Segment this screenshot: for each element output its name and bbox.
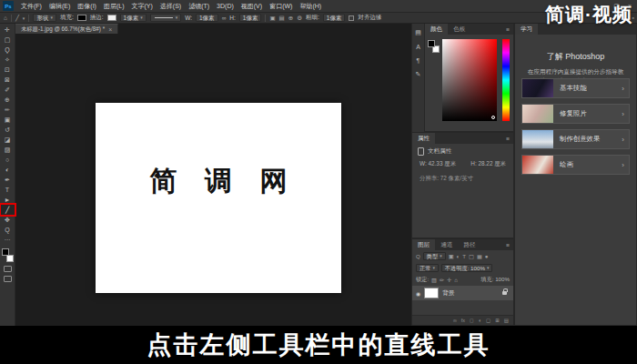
lasso-tool[interactable]: Ϙ <box>1 45 15 55</box>
color-picker-marker[interactable] <box>491 116 495 119</box>
history-brush-tool[interactable]: ↺ <box>1 125 15 135</box>
tab-learn[interactable]: 学习 <box>515 24 538 35</box>
tutorial-card-basic-skills[interactable]: 基本技能 › <box>521 78 630 98</box>
fill-swatch[interactable] <box>77 15 86 21</box>
blend-mode-dropdown[interactable]: 正常▾ <box>416 264 439 272</box>
path-alignment-icon[interactable]: ▤ <box>279 15 285 22</box>
filter-type-dropdown[interactable]: 类型▾ <box>423 252 446 260</box>
foreground-color-swatch[interactable] <box>428 40 435 47</box>
marquee-tool[interactable]: ▢ <box>1 35 15 45</box>
quick-selection-tool[interactable]: ✧ <box>1 55 15 65</box>
filter-adjustment-icon[interactable]: ◐ <box>457 253 460 259</box>
height-input[interactable]: 1像素 <box>239 14 262 22</box>
filter-type-icon[interactable]: T <box>462 253 466 259</box>
frame-tool[interactable]: ⊠ <box>1 75 15 85</box>
panel-collapse-icon[interactable]: ▫ <box>632 15 634 21</box>
canvas-area[interactable]: 简 调 网 <box>15 34 410 326</box>
pen-tool[interactable]: ✒ <box>1 175 15 185</box>
layer-thumbnail[interactable] <box>424 288 439 298</box>
layer-style-icon[interactable]: fx <box>461 318 465 323</box>
menu-image[interactable]: 图像(I) <box>74 2 100 11</box>
tab-properties[interactable]: 属性 <box>412 133 435 144</box>
paragraph-panel-icon[interactable]: ¶ <box>417 57 420 64</box>
link-layers-icon[interactable]: ∞ <box>453 318 457 323</box>
stroke-width-dropdown[interactable]: 1像素▾ <box>120 14 147 22</box>
line-tool-highlighted[interactable]: ╱ <box>1 205 15 215</box>
move-tool[interactable]: ✛ <box>1 25 15 35</box>
panel-menu-icon[interactable]: ≡ <box>502 24 513 35</box>
close-tab-icon[interactable]: × <box>108 26 112 33</box>
menu-type[interactable]: 文字(Y) <box>127 2 156 11</box>
filter-shape-icon[interactable]: ▢ <box>469 253 474 259</box>
menu-3d[interactable]: 3D(D) <box>213 3 238 9</box>
filter-toggle-icon[interactable]: ● <box>485 253 489 259</box>
dodge-tool[interactable]: ◐ <box>1 165 15 175</box>
adjustment-layer-icon[interactable]: ◐ <box>479 318 481 323</box>
stroke-swatch[interactable] <box>107 15 116 21</box>
hand-tool[interactable]: ✥ <box>1 215 15 225</box>
stroke-type-dropdown[interactable]: ▾ <box>150 14 182 22</box>
document-tab[interactable]: 未标题-1.jpg @ 66.7%(灰色/8#) * × <box>15 24 118 34</box>
fill-opacity-label[interactable]: 填充: 100% <box>480 276 510 284</box>
panel-menu-icon[interactable]: ≡ <box>502 133 513 144</box>
path-arrangement-icon[interactable]: ⊕ <box>288 15 293 22</box>
layer-row-background[interactable]: ◉ 背景 <box>412 286 513 300</box>
gradient-tool[interactable]: ▨ <box>1 145 15 155</box>
zoom-tool[interactable]: Q <box>1 225 15 235</box>
home-icon[interactable]: ⌂ <box>4 15 7 21</box>
saturation-brightness-field[interactable] <box>442 39 497 121</box>
spot-healing-tool[interactable]: ⊕ <box>1 95 15 105</box>
menu-layer[interactable]: 图层(L) <box>100 2 128 11</box>
tutorial-card-creative-effects[interactable]: 制作创意效果 › <box>521 129 630 149</box>
align-edges-checkbox[interactable] <box>349 15 354 21</box>
history-panel-icon[interactable]: ▤ <box>415 29 421 36</box>
geometry-options-icon[interactable]: ⚙ <box>297 15 302 22</box>
screen-mode-button[interactable] <box>4 276 12 282</box>
libraries-panel-icon[interactable]: ✎ <box>416 71 421 78</box>
quick-mask-button[interactable] <box>4 266 12 272</box>
path-operations-icon[interactable]: ▣ <box>269 15 275 22</box>
tab-color[interactable]: 颜色 <box>425 24 448 35</box>
weight-input[interactable]: 1像素 <box>323 14 346 22</box>
menu-edit[interactable]: 编辑(E) <box>46 2 74 11</box>
filter-pixel-icon[interactable]: ▣ <box>449 253 454 259</box>
document-canvas[interactable]: 简 调 网 <box>96 103 341 293</box>
type-tool[interactable]: T <box>1 185 15 195</box>
menu-filter[interactable]: 滤镜(T) <box>185 2 213 11</box>
tutorial-card-painting[interactable]: 绘画 › <box>521 155 630 175</box>
menu-window[interactable]: 窗口(W) <box>266 2 296 11</box>
tab-layers[interactable]: 图层 <box>412 239 435 250</box>
panel-menu-icon[interactable]: ≡ <box>502 239 513 250</box>
background-color-swatch[interactable] <box>6 255 14 262</box>
link-dimensions-icon[interactable]: ∞ <box>222 15 227 21</box>
new-layer-icon[interactable]: ⊞ <box>495 318 500 323</box>
lock-position-icon[interactable]: ✛ <box>447 277 451 283</box>
blur-tool[interactable]: ○ <box>1 155 15 165</box>
tutorial-card-retouch-photos[interactable]: 修复照片 › <box>521 104 630 124</box>
visibility-eye-icon[interactable]: ◉ <box>416 290 420 297</box>
tab-channels[interactable]: 通道 <box>435 239 458 250</box>
current-tool-icon[interactable]: ╱ <box>15 15 19 22</box>
character-panel-icon[interactable]: A <box>416 44 420 50</box>
lock-transparency-icon[interactable]: ▨ <box>431 277 437 283</box>
tab-paths[interactable]: 路径 <box>458 239 480 250</box>
hue-slider[interactable] <box>502 39 510 121</box>
tab-swatches[interactable]: 色板 <box>448 24 470 35</box>
menu-help[interactable]: 帮助(H) <box>296 2 325 11</box>
tool-mode-dropdown[interactable]: 形状▾ <box>33 14 56 22</box>
brush-tool[interactable]: ✏ <box>1 105 15 115</box>
layer-group-icon[interactable]: ▢ <box>486 318 490 323</box>
delete-layer-icon[interactable]: ▤ <box>504 318 509 323</box>
lock-pixels-icon[interactable]: ✏ <box>440 277 444 283</box>
crop-tool[interactable]: ⊡ <box>1 65 15 75</box>
eraser-tool[interactable]: ◪ <box>1 135 15 145</box>
menu-view[interactable]: 视图(V) <box>238 2 266 11</box>
path-selection-tool[interactable]: ► <box>1 195 15 205</box>
opacity-dropdown[interactable]: 不透明度: 100%▾ <box>441 264 493 272</box>
filter-smartobject-icon[interactable]: ▦ <box>477 253 482 259</box>
clone-stamp-tool[interactable]: ▣ <box>1 115 15 125</box>
lock-all-icon[interactable]: ⌂ <box>454 277 458 283</box>
menu-file[interactable]: 文件(F) <box>17 2 46 11</box>
menu-select[interactable]: 选择(S) <box>157 2 185 11</box>
eyedropper-tool[interactable]: ✐ <box>1 85 15 95</box>
